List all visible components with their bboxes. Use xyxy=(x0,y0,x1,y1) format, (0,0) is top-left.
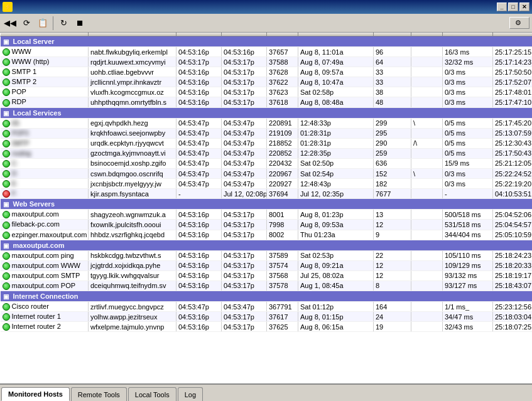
cell-lastsucc: 04:53:47p xyxy=(222,169,267,179)
refresh-button[interactable]: ⟳ xyxy=(19,16,34,31)
cell-lastavg: 32/43 ms xyxy=(443,322,493,332)
tab-remote-tools[interactable]: Remote Tools xyxy=(71,387,127,401)
host-name: D: xyxy=(12,170,18,177)
table-row[interactable]: WWW nabt.flwkubgyliq.erkemlpl 04:53:16p … xyxy=(1,47,533,57)
stop-button[interactable]: ⏹ xyxy=(72,16,87,31)
document-button[interactable]: 📋 xyxy=(35,16,50,31)
toolbar-right: ⚙ xyxy=(509,17,529,29)
cell-lastfailure: Aug 8, 01:15p xyxy=(298,312,374,322)
table-row[interactable]: D: cswn.bdqmgoo.oscnrifq 04:53:47p 04:53… xyxy=(1,169,533,179)
table-row[interactable]: E: jxcnbjsbctr.myelgyyy.jw 04:53:47p 04:… xyxy=(1,179,533,189)
table-row[interactable]: SMTP 1 uohb.ctliae.bgebvvvr 04:53:16p 04… xyxy=(1,67,533,77)
tab-local-tools[interactable]: Local Tools xyxy=(128,387,176,401)
table-row[interactable]: Cisco router zrtlivf.muegycc.bngvpcz 04:… xyxy=(1,301,533,311)
cell-uptime: 25:17:50:43 xyxy=(493,148,533,158)
table-row[interactable]: SMTP 2 jrcllicnnl.ympr.ihnkavztr 04:53:1… xyxy=(1,77,533,87)
col-header-succ[interactable] xyxy=(267,33,298,36)
status-indicator xyxy=(3,313,10,321)
col-header-lastcheck[interactable] xyxy=(176,33,222,36)
col-header-lastfailure[interactable] xyxy=(298,33,374,36)
table-row[interactable]: fileback-pc.com fxownlk.jpulcitsfh.oooui… xyxy=(1,220,533,230)
table-row[interactable]: maxoutput.com shagyzeoh.wgnwmzuk.a 04:53… xyxy=(1,210,533,220)
cell-succ: 37694 xyxy=(267,189,298,199)
table-row[interactable]: maxoutput.com ping hskbkcdgg.twbzvthwt.s… xyxy=(1,250,533,260)
minimize-button[interactable]: _ xyxy=(497,3,507,11)
table-row[interactable]: routing gzoctmga.kyjmvnoaytt.vi 04:53:47… xyxy=(1,148,533,158)
cell-lastcheck: 04:53:16p xyxy=(176,210,222,220)
collapse-icon[interactable]: ▣ xyxy=(3,242,9,249)
cell-uptime: 25:22:24:52 xyxy=(493,169,533,179)
table-row[interactable]: RDP uhhpthqqmn.omrtytfbln.s 04:53:16p 04… xyxy=(1,97,533,107)
tab-monitored-hosts[interactable]: Monitored Hosts xyxy=(1,387,70,401)
cell-address: kjir.aspm.fsysntaca xyxy=(89,189,176,199)
table-row[interactable]: POP3 krqkhfoawci.seejonwpby 04:53:47p 04… xyxy=(1,128,533,138)
table-row[interactable]: maxoutput.com WWW jcjgtrdd.xojxidkqa.pyh… xyxy=(1,260,533,270)
table-row[interactable]: maxoutput.com SMTP tgyyg.lkik.vwhgqvalsu… xyxy=(1,270,533,281)
status-indicator xyxy=(3,120,10,127)
configuration-button[interactable]: ⚙ xyxy=(509,17,529,29)
col-header-failures[interactable] xyxy=(374,33,411,36)
cell-lastcheck: 04:53:47p xyxy=(176,179,222,189)
cell-uptime: 25:13:07:59 xyxy=(493,128,533,138)
cell-address: egxj.qvhpdkh.hezg xyxy=(89,118,176,128)
cell-lastavg: 32/32 ms xyxy=(443,57,493,67)
cell-succ: 7998 xyxy=(267,220,298,230)
table-row[interactable]: POP vluxfh.kcogmccgmux.oz 04:53:16p 04:5… xyxy=(1,87,533,97)
table-header-row xyxy=(1,33,533,36)
back-button[interactable]: ◀◀ xyxy=(3,16,18,31)
cell-address: tgyyg.lkik.vwhgqvalsur xyxy=(89,270,176,281)
table-row[interactable]: maxoutput.com POP dceiquhmwq.teifnydm.sv… xyxy=(1,281,533,291)
hosts-table: ▣ Local Server WWW nabt.flwkubgyliq.erke… xyxy=(0,33,532,332)
close-button[interactable]: ✕ xyxy=(519,3,529,11)
host-name: SMTP xyxy=(12,140,30,147)
table-row[interactable]: Internet router 2 wfxelpme.tajmulo.ynvnp… xyxy=(1,322,533,332)
tab-log[interactable]: Log xyxy=(178,387,203,401)
table-row[interactable]: Internet router 1 yolhw.awpp.jezitrseux … xyxy=(1,312,533,322)
group-header: ▣ maxoutput.com xyxy=(1,240,533,250)
col-header-lastavg[interactable] xyxy=(443,33,493,36)
collapse-icon[interactable]: ▣ xyxy=(3,201,9,208)
table-row[interactable]: SMTP urqdk.ecpktyn.rjyyqwcvt 04:53:47p 0… xyxy=(1,138,533,148)
bottom-tabs: Monitored HostsRemote ToolsLocal ToolsLo… xyxy=(0,383,532,401)
toolbar-separator-1 xyxy=(53,16,53,30)
group-header: ▣ Local Server xyxy=(1,36,533,47)
table-row[interactable]: F: kjir.aspm.fsysntaca - Jul 12, 02:08p … xyxy=(1,189,533,199)
cell-lastcheck: 04:53:16p xyxy=(176,220,222,230)
col-header-address[interactable] xyxy=(89,33,176,36)
host-name: SMTP 2 xyxy=(12,78,37,85)
cell-notes xyxy=(411,128,443,138)
collapse-icon[interactable]: ▣ xyxy=(3,38,9,45)
col-header-host[interactable] xyxy=(1,33,89,36)
cell-succ: 367791 xyxy=(267,301,298,311)
cell-lastavg: 0/5 ms xyxy=(443,118,493,128)
maximize-button[interactable]: □ xyxy=(508,3,518,11)
cell-succ: 220891 xyxy=(267,118,298,128)
cell-uptime: 25:22:19:20 xyxy=(493,179,533,189)
table-row[interactable]: ezpinger.maxoutput.com hhbdz.vszrfighkq.… xyxy=(1,230,533,240)
collapse-icon[interactable]: ▣ xyxy=(3,110,9,117)
group-header: ▣ Local Services xyxy=(1,107,533,118)
cell-host: fileback-pc.com xyxy=(1,220,89,230)
table-row[interactable]: C: bsinocoemjd.xoshp.zgifo 04:53:47p 04:… xyxy=(1,158,533,168)
table-row[interactable]: WWW (http) rqdjrt.kuuwext.xmcyvmyi 04:53… xyxy=(1,57,533,67)
col-header-lastsucc[interactable] xyxy=(222,33,267,36)
cell-notes xyxy=(411,230,443,240)
col-header-uptime[interactable] xyxy=(493,33,533,36)
cell-lastfailure: Jul 12, 02:35p xyxy=(298,189,374,199)
host-name: maxoutput.com SMTP xyxy=(12,272,80,279)
cell-lastsucc: 04:53:17p xyxy=(222,67,267,77)
table-row[interactable]: IIS egxj.qvhpdkh.hezg 04:53:47p 04:53:47… xyxy=(1,118,533,128)
status-indicator xyxy=(3,140,10,147)
cell-host: C: xyxy=(1,158,89,168)
col-header-notes[interactable] xyxy=(411,33,443,36)
cell-succ: 37618 xyxy=(267,97,298,107)
cell-lastfailure: 01:28:31p xyxy=(298,138,374,148)
cell-failures: 33 xyxy=(374,67,411,77)
sync-button[interactable]: ↻ xyxy=(56,16,71,31)
title-bar: ⚡ _ □ ✕ xyxy=(0,0,532,14)
hosts-table-container[interactable]: ▣ Local Server WWW nabt.flwkubgyliq.erke… xyxy=(0,33,532,383)
collapse-icon[interactable]: ▣ xyxy=(3,293,9,300)
cell-failures: 182 xyxy=(374,179,411,189)
cell-address: jrcllicnnl.ympr.ihnkavztr xyxy=(89,77,176,87)
cell-uptime: 25:04:52:06 xyxy=(493,210,533,220)
